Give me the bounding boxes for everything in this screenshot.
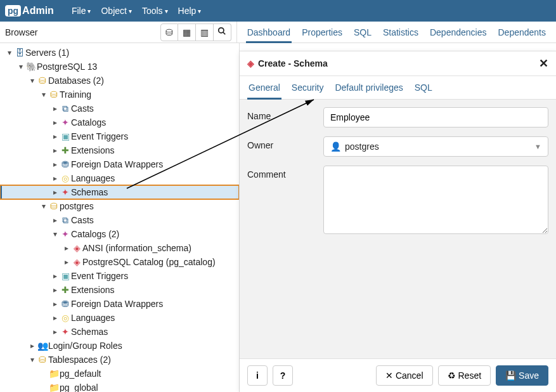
tree-node-training-languages[interactable]: ▸◎Languages [0,171,239,185]
cancel-button[interactable]: ✕Cancel [376,365,433,386]
chevron-down-icon[interactable]: ▾ [39,90,48,99]
tree-node-training-casts[interactable]: ▸⧉Casts [0,101,239,115]
chevron-right-icon[interactable]: ▸ [51,146,60,155]
browser-panel-header: Browser ⛁ ▦ ▥ [0,22,237,42]
tree-node-postgres-catalogs[interactable]: ▾✦Catalogs (2) [0,227,239,241]
dialog-tab-default-privileges[interactable]: Default privileges [333,76,404,99]
tree-node-pg13[interactable]: ▾🐘PostgreSQL 13 [0,60,239,74]
chevron-right-icon[interactable]: ▸ [51,271,60,280]
chevron-right-icon[interactable]: ▸ [51,132,60,141]
tree-node-postgres-languages[interactable]: ▸◎Languages [0,311,239,325]
content-panel: ◈ Create - Schema ✕ General Security Def… [240,43,556,392]
chevron-right-icon[interactable]: ▸ [62,244,71,252]
event-trigger-icon: ▣ [60,131,71,141]
fdw-icon: ⛃ [60,159,71,169]
save-button[interactable]: 💾Save [496,365,548,386]
chevron-right-icon[interactable]: ▸ [51,327,60,336]
menu-object[interactable]: Object▾ [97,3,135,18]
comment-textarea[interactable] [323,166,548,234]
query-tool-button[interactable]: ⛁ [160,23,178,41]
chevron-right-icon[interactable]: ▸ [51,285,60,294]
casts-icon: ⧉ [60,215,71,226]
tree-node-catalog-ansi[interactable]: ▸◈ANSI (information_schema) [0,241,239,255]
dialog-tab-general[interactable]: General [247,76,281,99]
tree-node-postgres-event-triggers[interactable]: ▸▣Event Triggers [0,269,239,283]
tree-node-databases[interactable]: ▾⛁Databases (2) [0,74,239,88]
info-button[interactable]: i [247,365,268,386]
tree-node-postgres-schemas[interactable]: ▸✦Schemas [0,325,239,339]
catalogs-icon: ✦ [60,117,71,127]
search-objects-button[interactable] [214,23,231,41]
tree-node-postgres-extensions[interactable]: ▸✚Extensions [0,283,239,297]
chevron-down-icon[interactable]: ▾ [51,230,60,238]
tree-node-training-event-triggers[interactable]: ▸▣Event Triggers [0,129,239,143]
database-icon: ⛁ [48,201,60,211]
menu-tools[interactable]: Tools▾ [138,3,172,18]
chevron-right-icon[interactable]: ▸ [51,188,60,197]
menu-file[interactable]: File▾ [68,3,95,18]
schema-icon: ◈ [247,58,254,69]
elephant-icon: 🐘 [25,62,37,72]
chevron-down-icon[interactable]: ▾ [5,48,14,57]
tree-node-postgres-fdw[interactable]: ▸⛃Foreign Data Wrappers [0,297,239,311]
chevron-right-icon[interactable]: ▸ [51,216,60,225]
dialog-footer: i ? ✕Cancel ♻Reset 💾Save [240,358,556,392]
chevron-right-icon[interactable]: ▸ [62,258,71,266]
tab-sql[interactable]: SQL [352,22,373,42]
main-area: ▾🗄Servers (1) ▾🐘PostgreSQL 13 ▾⛁Database… [0,43,556,392]
tree-node-training[interactable]: ▾⛁Training [0,88,239,101]
dialog-tab-security[interactable]: Security [290,76,325,99]
tree-node-postgres-casts[interactable]: ▸⧉Casts [0,213,239,227]
tree-node-training-extensions[interactable]: ▸✚Extensions [0,143,239,157]
tree-node-training-schemas[interactable]: ▸✦Schemas [0,185,239,199]
chevron-right-icon[interactable]: ▸ [51,174,60,183]
tree-node-catalog-pg[interactable]: ▸◈PostgreSQL Catalog (pg_catalog) [0,255,239,269]
reset-button[interactable]: ♻Reset [438,365,491,386]
tree-node-ts-pgdefault[interactable]: 📁pg_default [0,367,239,381]
dialog-tab-sql[interactable]: SQL [413,76,434,99]
menu-help[interactable]: Help▾ [174,3,205,18]
tab-dependencies[interactable]: Dependencies [429,22,488,42]
close-button[interactable]: ✕ [539,56,548,70]
help-button[interactable]: ? [273,365,293,386]
tree-node-training-fdw[interactable]: ▸⛃Foreign Data Wrappers [0,157,239,171]
server-group-icon: 🗄 [14,48,25,58]
tab-dashboard[interactable]: Dashboard [246,22,292,42]
chevron-down-icon[interactable]: ▾ [39,202,48,211]
chevron-right-icon[interactable]: ▸ [28,341,37,350]
owner-select[interactable]: 👤postgres ▼ [323,136,548,157]
chevron-right-icon[interactable]: ▸ [51,160,60,169]
chevron-right-icon[interactable]: ▸ [51,299,60,308]
tree-node-ts-pgglobal[interactable]: 📁pg_global [0,381,239,392]
tab-properties[interactable]: Properties [301,22,344,42]
chevron-right-icon[interactable]: ▸ [51,104,60,113]
chevron-right-icon[interactable]: ▸ [51,313,60,322]
tree-node-login-roles[interactable]: ▸👥Login/Group Roles [0,339,239,353]
filtered-rows-button[interactable]: ▥ [196,23,214,41]
menubar-items: File▾ Object▾ Tools▾ Help▾ [68,3,205,18]
chevron-down-icon[interactable]: ▾ [28,76,37,85]
tree-node-postgres-db[interactable]: ▾⛁postgres [0,199,239,213]
catalog-icon: ◈ [71,243,82,253]
dialog-title-text: Create - Schema [258,58,328,69]
tree-node-servers[interactable]: ▾🗄Servers (1) [0,46,239,60]
chevron-right-icon[interactable]: ▸ [51,118,60,127]
svg-point-0 [219,28,224,33]
tablespace-icon: ⛁ [37,355,48,365]
name-label: Name [247,107,323,121]
browser-title: Browser [5,27,37,37]
tree-node-tablespaces[interactable]: ▾⛁Tablespaces (2) [0,353,239,367]
database-icon: ⛁ [48,89,60,100]
name-input[interactable] [323,107,548,127]
svg-line-1 [223,32,226,35]
extension-icon: ✚ [60,285,71,295]
tab-dependents[interactable]: Dependents [496,22,547,42]
view-data-button[interactable]: ▦ [178,23,196,41]
browser-tree[interactable]: ▾🗄Servers (1) ▾🐘PostgreSQL 13 ▾⛁Database… [0,43,240,392]
event-trigger-icon: ▣ [60,271,71,281]
menubar: pgAdmin File▾ Object▾ Tools▾ Help▾ [0,0,556,22]
tab-statistics[interactable]: Statistics [382,22,420,42]
chevron-down-icon[interactable]: ▾ [28,355,37,364]
tree-node-training-catalogs[interactable]: ▸✦Catalogs [0,115,239,129]
chevron-down-icon[interactable]: ▾ [16,62,25,71]
